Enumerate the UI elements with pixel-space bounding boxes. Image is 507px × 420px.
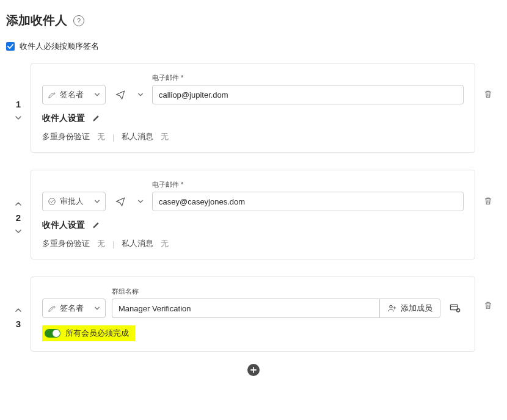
group-name-input[interactable] [112, 299, 379, 318]
role-label: 审批人 [60, 196, 90, 207]
page-title: 添加收件人 [6, 12, 67, 29]
all-must-complete-toggle[interactable] [45, 329, 60, 338]
role-select[interactable]: 签名者 [42, 299, 106, 318]
email-field-label: 电子邮件 * [152, 180, 464, 189]
help-icon[interactable]: ? [73, 15, 84, 26]
order-number: 3 [16, 319, 21, 329]
group-name-label: 群组名称 [112, 287, 440, 296]
delivery-method-chevron[interactable] [135, 85, 146, 104]
private-message-label: 私人消息 [122, 238, 153, 249]
move-up-button[interactable] [13, 199, 23, 209]
move-down-button[interactable] [13, 113, 23, 123]
mfa-value: 无 [97, 238, 105, 249]
recipient-settings-label: 收件人设置 [42, 113, 85, 124]
mfa-value: 无 [97, 131, 105, 142]
user-plus-icon [387, 303, 397, 313]
role-select[interactable]: 签名者 [42, 85, 106, 104]
delete-recipient-button[interactable] [483, 300, 494, 311]
email-field-label: 电子邮件 * [152, 73, 464, 82]
add-recipient-button[interactable] [247, 364, 260, 376]
email-input[interactable] [152, 85, 464, 104]
move-up-button[interactable] [13, 305, 23, 315]
delivery-method-chevron[interactable] [135, 192, 146, 211]
sequence-checkbox[interactable] [6, 42, 15, 51]
private-message-value: 无 [161, 238, 169, 249]
order-number: 1 [16, 99, 21, 109]
email-input[interactable] [152, 192, 464, 211]
delivery-method-button[interactable] [112, 192, 129, 211]
group-settings-button[interactable] [447, 299, 464, 318]
edit-settings-button[interactable] [91, 114, 101, 123]
order-number: 2 [16, 212, 21, 223]
all-must-complete-label: 所有会员必须完成 [65, 328, 129, 339]
approver-check-icon [48, 197, 56, 206]
delete-recipient-button[interactable] [483, 195, 494, 206]
recipient-group-row: 3 签名者 群组名称 添加成员 [6, 277, 501, 352]
role-label: 签名者 [60, 89, 90, 100]
svg-point-0 [49, 198, 56, 205]
mfa-label: 多重身份验证 [42, 238, 90, 249]
edit-settings-button[interactable] [91, 220, 101, 230]
sequence-checkbox-label: 收件人必须按顺序签名 [20, 41, 99, 52]
recipient-row: 1 签名者 电子邮件 * [6, 63, 501, 153]
delivery-method-button[interactable] [112, 85, 129, 104]
delete-recipient-button[interactable] [483, 89, 494, 100]
mfa-label: 多重身份验证 [42, 131, 90, 142]
recipient-row: 2 审批人 电子邮件 * [6, 170, 501, 259]
private-message-value: 无 [161, 131, 169, 142]
move-down-button[interactable] [13, 226, 23, 236]
pen-nib-icon [48, 304, 56, 313]
recipient-settings-label: 收件人设置 [42, 220, 85, 231]
pen-nib-icon [48, 90, 56, 99]
role-label: 签名者 [60, 303, 90, 314]
add-member-label: 添加成员 [401, 303, 432, 314]
svg-point-1 [390, 305, 392, 308]
role-select[interactable]: 审批人 [42, 192, 106, 211]
private-message-label: 私人消息 [122, 131, 153, 142]
add-member-button[interactable]: 添加成员 [379, 299, 440, 318]
